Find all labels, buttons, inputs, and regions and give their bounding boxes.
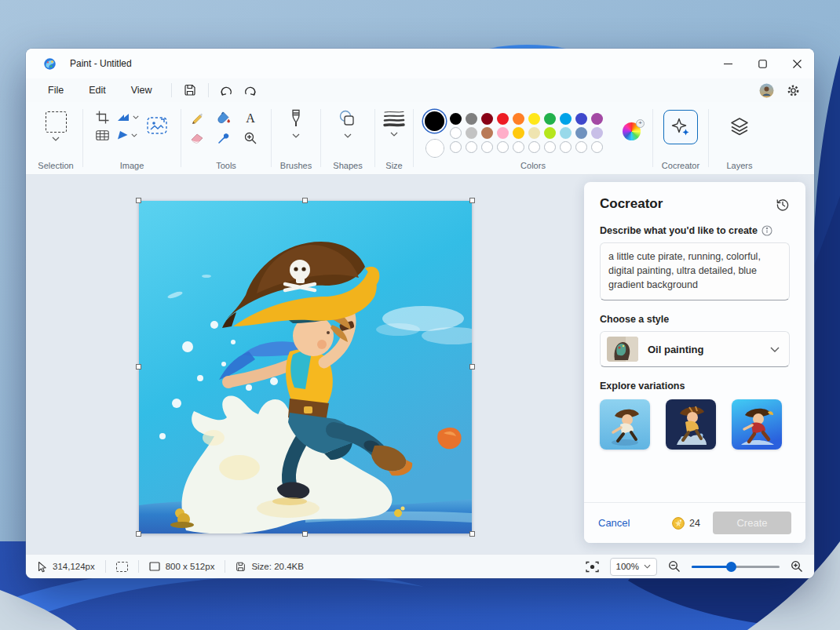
selection-group[interactable]: Selection (31, 102, 81, 174)
select-rectangle-icon[interactable] (46, 111, 67, 133)
palette-color[interactable] (528, 127, 540, 139)
resize-icon[interactable] (117, 112, 139, 123)
palette-color[interactable] (560, 113, 572, 125)
redo-button[interactable] (239, 80, 262, 100)
variation-thumbnail-3[interactable] (732, 399, 782, 450)
zoom-slider[interactable] (692, 561, 780, 572)
palette-color[interactable] (481, 113, 493, 125)
menu-view[interactable]: View (119, 82, 165, 99)
variation-thumbnail-1[interactable] (600, 399, 650, 450)
zoom-out-icon[interactable] (668, 560, 681, 573)
add-color-icon[interactable]: + (636, 119, 645, 128)
prompt-input[interactable]: a little cute pirate, running, colorful,… (600, 242, 790, 300)
canvas-size-icon (149, 562, 160, 571)
create-button[interactable]: Create (713, 512, 791, 534)
minimize-button[interactable] (710, 49, 745, 78)
palette-color[interactable] (591, 127, 603, 139)
zoom-slider-thumb[interactable] (726, 562, 736, 572)
desktop: Paint - Untitled File Edit View (0, 0, 840, 630)
menu-edit[interactable]: Edit (76, 82, 119, 99)
palette-color[interactable] (450, 127, 462, 139)
palette-empty-slot[interactable] (450, 141, 462, 153)
undo-button[interactable] (215, 80, 239, 100)
menu-file[interactable]: File (35, 82, 76, 99)
crop-icon[interactable] (96, 111, 109, 124)
pencil-tool-icon[interactable] (190, 111, 204, 125)
palette-color[interactable] (544, 113, 556, 125)
info-icon[interactable] (761, 225, 772, 236)
cocreator-button[interactable] (663, 110, 698, 144)
style-dropdown[interactable]: Oil painting (600, 331, 790, 367)
shapes-icon[interactable] (338, 109, 358, 129)
palette-color[interactable] (450, 113, 462, 125)
palette-color[interactable] (466, 113, 477, 125)
save-button[interactable] (178, 80, 202, 100)
chevron-down-icon[interactable] (52, 137, 60, 141)
selection-handle[interactable] (469, 198, 475, 203)
palette-empty-slot[interactable] (544, 141, 556, 153)
palette-empty-slot[interactable] (481, 141, 493, 153)
size-group[interactable]: Size (377, 102, 411, 174)
palette-color[interactable] (528, 113, 540, 125)
palette-color[interactable] (575, 127, 587, 139)
eraser-tool-icon[interactable] (190, 131, 204, 145)
palette-color[interactable] (466, 127, 477, 139)
palette-empty-slot[interactable] (528, 141, 540, 153)
history-icon[interactable] (772, 195, 793, 215)
selection-handle[interactable] (136, 531, 141, 537)
close-button[interactable] (780, 49, 814, 78)
flip-rotate-icon[interactable] (117, 130, 139, 140)
credits-group: 24 (672, 517, 700, 530)
canvas[interactable] (139, 201, 472, 533)
selection-handle[interactable] (469, 531, 475, 537)
eyedropper-tool-icon[interactable] (217, 131, 231, 145)
palette-empty-slot[interactable] (497, 141, 509, 153)
chevron-down-icon[interactable] (344, 133, 352, 138)
palette-color[interactable] (497, 127, 509, 139)
settings-gear-icon[interactable] (787, 84, 800, 97)
variation-thumbnail-2[interactable] (666, 399, 716, 450)
cancel-button[interactable]: Cancel (598, 517, 630, 529)
palette-color[interactable] (497, 113, 509, 125)
user-avatar[interactable] (759, 83, 774, 98)
palette-empty-slot[interactable] (560, 141, 572, 153)
secondary-color-swatch[interactable] (425, 139, 444, 158)
palette-empty-slot[interactable] (591, 141, 603, 153)
palette-color[interactable] (575, 113, 587, 125)
shapes-group[interactable]: Shapes (323, 102, 373, 174)
toolbar-ribbon: Selection (26, 102, 814, 175)
palette-empty-slot[interactable] (513, 141, 524, 153)
fill-tool-icon[interactable] (217, 111, 231, 125)
fit-to-screen-icon[interactable] (586, 561, 599, 573)
selection-handle[interactable] (136, 198, 141, 203)
layers-button[interactable] (723, 110, 756, 143)
brush-icon[interactable] (288, 109, 304, 129)
zoom-in-icon[interactable] (791, 560, 803, 573)
selection-handle[interactable] (302, 531, 308, 537)
text-tool-icon[interactable]: A (243, 111, 257, 125)
zoom-level-dropdown[interactable]: 100% (610, 558, 657, 576)
primary-color-swatch[interactable] (425, 111, 444, 131)
chevron-down-icon[interactable] (292, 133, 300, 138)
palette-color[interactable] (544, 127, 556, 139)
expand-image-icon[interactable] (145, 114, 169, 137)
brushes-group[interactable]: Brushes (273, 102, 319, 174)
selection-handle[interactable] (302, 198, 308, 203)
palette-color[interactable] (481, 127, 493, 139)
selection-handle[interactable] (469, 364, 475, 370)
chevron-down-icon[interactable] (390, 132, 398, 137)
line-size-icon[interactable] (383, 109, 405, 128)
layers-group: Layers (710, 102, 769, 174)
palette-empty-slot[interactable] (466, 141, 477, 153)
maximize-button[interactable] (745, 49, 780, 78)
palette-color[interactable] (560, 127, 572, 139)
palette-color[interactable] (591, 113, 603, 125)
selection-handle[interactable] (136, 364, 141, 370)
magnifier-tool-icon[interactable] (243, 131, 257, 145)
window-title: Paint - Untitled (70, 58, 132, 69)
remove-background-icon[interactable] (96, 130, 109, 140)
palette-color[interactable] (513, 113, 524, 125)
cursor-position-indicator: 314,124px (37, 561, 95, 573)
palette-empty-slot[interactable] (575, 141, 587, 153)
palette-color[interactable] (513, 127, 524, 139)
